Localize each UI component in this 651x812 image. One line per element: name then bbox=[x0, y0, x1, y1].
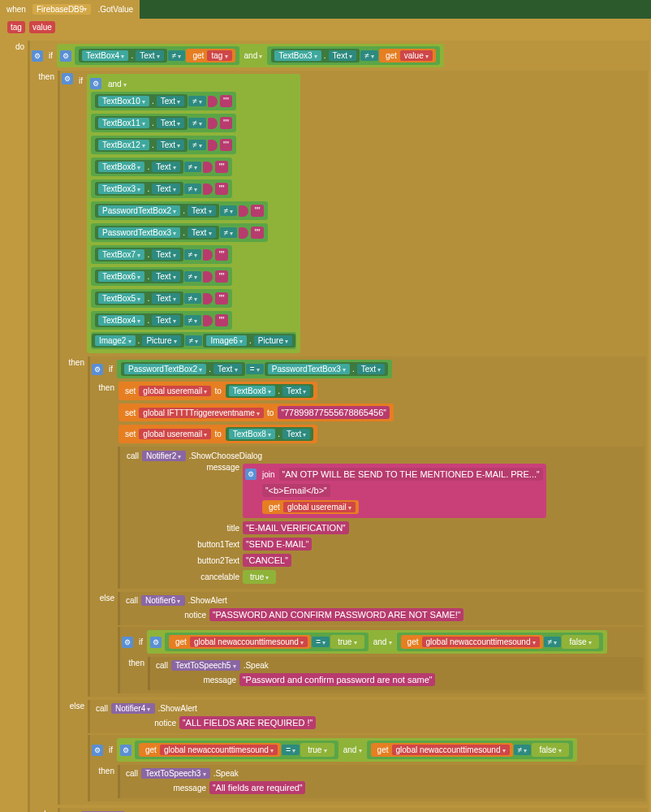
component-dropdown[interactable]: FirebaseDB9 bbox=[32, 4, 91, 15]
compare-block[interactable]: TextBox4.Text≠" " bbox=[91, 311, 232, 330]
property-getter[interactable]: TextBox5.Text bbox=[95, 292, 183, 305]
compare-block[interactable]: getglobal newaccounttimesound=true bbox=[165, 633, 369, 651]
socket-icon bbox=[208, 140, 218, 151]
and-block[interactable]: TextBox4. Text ≠ get tag and TextBox3. T… bbox=[57, 44, 444, 67]
compare-block[interactable]: TextBox10.Text≠" " bbox=[91, 92, 236, 110]
property-getter[interactable]: TextBox7.Text bbox=[95, 248, 183, 261]
compare-block[interactable]: TextBox6.Text≠" " bbox=[91, 267, 232, 286]
if-block-2[interactable]: if and TextBox10.Text≠" "TextBox11.Text≠… bbox=[58, 71, 648, 805]
property-getter[interactable]: PasswordTextBox3.Text bbox=[95, 226, 219, 240]
compare-block[interactable]: PasswordTextBox3.Text≠" " bbox=[91, 223, 268, 242]
compare-block[interactable]: TextBox5.Text≠" " bbox=[91, 289, 232, 308]
and-chain[interactable]: and TextBox10.Text≠" "TextBox11.Text≠" "… bbox=[87, 74, 300, 353]
if-sound[interactable]: ifgetglobal newaccounttimesound=trueandg… bbox=[118, 627, 645, 693]
property-getter[interactable]: TextBox11.Text bbox=[95, 116, 188, 130]
compare-block[interactable]: TextBox8.Text≠" " bbox=[91, 158, 232, 176]
join-block[interactable]: join " AN OTP WILL BE SEND TO THE MENTIO… bbox=[243, 464, 546, 518]
call-alert[interactable]: callNotifier6.ShowAlertnotice" PASSWORD … bbox=[118, 592, 645, 625]
compare-block[interactable]: TextBox12.Text≠" " bbox=[91, 136, 236, 154]
string-literal[interactable]: " " bbox=[251, 227, 263, 239]
gear-icon[interactable] bbox=[92, 745, 103, 756]
get-block[interactable]: get value bbox=[379, 49, 436, 63]
string-literal[interactable]: " " bbox=[215, 270, 227, 283]
string-literal[interactable]: " " bbox=[251, 205, 263, 217]
socket-icon bbox=[239, 227, 248, 239]
string-literal[interactable]: " " bbox=[220, 95, 232, 107]
string-literal[interactable]: " " bbox=[220, 117, 232, 129]
socket-icon bbox=[203, 315, 213, 326]
string-literal[interactable]: " All fields are required " bbox=[209, 781, 305, 794]
compare-block[interactable]: getglobal newaccounttimesound≠false bbox=[367, 741, 573, 759]
string-literal[interactable]: " " bbox=[220, 139, 232, 151]
set-block[interactable]: setglobal IFTTTTriggereventnameto" 77899… bbox=[119, 404, 394, 421]
compare-block[interactable]: getglobal newaccounttimesound≠false bbox=[397, 633, 603, 651]
call-tts[interactable]: callTextToSpeech3.Speakmessage" All fiel… bbox=[118, 765, 645, 798]
gear-icon[interactable] bbox=[32, 50, 43, 62]
event-block[interactable]: when FirebaseDB9 .GotValue bbox=[0, 0, 140, 19]
compare-block[interactable]: TextBox11.Text≠" " bbox=[91, 114, 236, 132]
compare-block[interactable]: TextBox3. Text ≠ get value bbox=[267, 46, 440, 65]
compare-block[interactable]: PasswordTextBox2.Text≠" " bbox=[91, 201, 268, 220]
property-getter[interactable]: TextBox4. Text bbox=[79, 49, 167, 63]
string-literal[interactable]: " " bbox=[215, 314, 227, 326]
socket-icon bbox=[203, 293, 213, 304]
when-keyword: when bbox=[3, 4, 29, 15]
property-getter[interactable]: PasswordTextBox2.Text bbox=[95, 204, 219, 218]
property-getter[interactable]: TextBox3.Text bbox=[95, 182, 183, 196]
string-literal[interactable]: " " bbox=[215, 183, 227, 195]
property-getter[interactable]: TextBox4.Text bbox=[95, 313, 183, 327]
property-getter[interactable]: TextBox8.Text bbox=[226, 384, 314, 398]
compare-block[interactable]: TextBox4. Text ≠ get tag bbox=[75, 46, 239, 65]
socket-icon bbox=[203, 249, 213, 261]
set-block[interactable]: setglobal useremailtoTextBox8.Text bbox=[119, 425, 317, 443]
gear-icon[interactable] bbox=[245, 469, 257, 480]
property-getter[interactable]: TextBox12.Text bbox=[95, 138, 188, 152]
call-alert[interactable]: callNotifier4.ShowAlertnotice" ALL FIELD… bbox=[88, 700, 646, 733]
and-block[interactable]: getglobal newaccounttimesound=trueandget… bbox=[117, 738, 577, 762]
compare-block[interactable]: TextBox7.Text≠" " bbox=[91, 245, 232, 264]
string-literal[interactable]: " " bbox=[215, 161, 227, 173]
property-getter[interactable]: TextBox8.Text bbox=[226, 427, 314, 441]
compare-block[interactable]: Image2.Picture ≠ Image6.Picture bbox=[91, 332, 296, 349]
param-tag[interactable]: tag bbox=[7, 21, 25, 33]
if-block-outer[interactable]: if TextBox4. Text ≠ get tag and TextBox3… bbox=[28, 41, 649, 812]
gear-icon[interactable] bbox=[120, 745, 131, 756]
string-literal[interactable]: " 77899877555678865456 " bbox=[278, 406, 389, 419]
if-block-3[interactable]: if PasswordTextBox2.Text = PasswordTextB… bbox=[88, 356, 646, 697]
call-alert[interactable]: callNotifier5.ShowAlertnotice" ACCOUNT A… bbox=[58, 808, 648, 812]
property-getter[interactable]: TextBox6.Text bbox=[95, 270, 183, 283]
property-getter[interactable]: TextBox8.Text bbox=[95, 160, 183, 174]
call-tts[interactable]: callTextToSpeech5.Speakmessage" Password… bbox=[148, 657, 643, 690]
socket-icon bbox=[203, 162, 213, 173]
gear-icon[interactable] bbox=[150, 637, 162, 648]
string-literal[interactable]: " ALL FIELDS ARE REQUIRED ! " bbox=[179, 716, 316, 729]
socket-icon bbox=[239, 205, 248, 217]
gear-icon[interactable] bbox=[90, 78, 101, 89]
compare-block[interactable]: getglobal newaccounttimesound=true bbox=[135, 741, 338, 759]
socket-icon bbox=[208, 118, 218, 129]
true-block[interactable]: true bbox=[243, 570, 276, 584]
do-label: do bbox=[2, 39, 28, 51]
string-literal[interactable]: " " bbox=[215, 292, 227, 304]
gear-icon[interactable] bbox=[92, 364, 103, 375]
compare-block[interactable]: PasswordTextBox2.Text = PasswordTextBox3… bbox=[117, 360, 392, 378]
gear-icon[interactable] bbox=[122, 637, 133, 648]
param-value[interactable]: value bbox=[29, 21, 55, 33]
if-sound[interactable]: ifgetglobal newaccounttimesound=trueandg… bbox=[88, 735, 646, 801]
compare-block[interactable]: TextBox3.Text≠" " bbox=[91, 179, 232, 198]
gear-icon[interactable] bbox=[62, 73, 73, 84]
call-dialog[interactable]: call Notifier2 .ShowChooseDialog message… bbox=[118, 447, 645, 589]
property-getter[interactable]: TextBox3. Text bbox=[271, 49, 360, 63]
socket-icon bbox=[203, 184, 213, 195]
string-literal[interactable]: " PASSWORD AND CONFIRM PASSWORD ARE NOT … bbox=[209, 608, 463, 621]
socket-icon bbox=[208, 96, 218, 107]
string-literal[interactable]: " Password and confirm password are not … bbox=[239, 673, 435, 686]
and-block[interactable]: getglobal newaccounttimesound=trueandget… bbox=[147, 630, 607, 654]
gear-icon[interactable] bbox=[60, 50, 71, 62]
string-literal[interactable]: " " bbox=[215, 248, 227, 261]
set-block[interactable]: setglobal useremailtoTextBox8.Text bbox=[119, 382, 317, 400]
property-getter[interactable]: TextBox10.Text bbox=[95, 94, 188, 108]
handler-name: .GotValue bbox=[94, 4, 136, 15]
socket-icon bbox=[203, 271, 213, 283]
get-block[interactable]: get tag bbox=[186, 49, 235, 63]
